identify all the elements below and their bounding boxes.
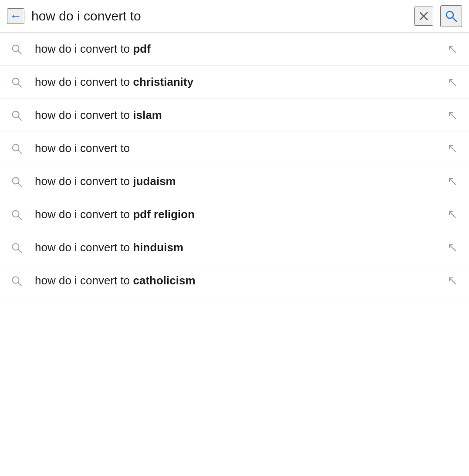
arrow-icon — [445, 210, 460, 219]
svg-line-17 — [18, 183, 22, 186]
list-item[interactable]: how do i convert to pdf religion — [0, 198, 469, 231]
search-icon — [9, 209, 24, 220]
suggestion-text: how do i convert to pdf religion — [35, 208, 434, 221]
arrow-icon — [445, 177, 460, 186]
search-icon — [9, 275, 24, 287]
suggestion-text: how do i convert to christianity — [35, 75, 434, 89]
list-item[interactable]: how do i convert to — [0, 132, 469, 165]
list-item[interactable]: how do i convert to judaism — [0, 165, 469, 198]
arrow-icon — [445, 243, 460, 253]
search-button[interactable] — [440, 5, 462, 27]
search-icon — [9, 44, 24, 55]
svg-line-12 — [449, 112, 456, 118]
svg-line-14 — [18, 150, 22, 153]
arrow-icon — [445, 111, 460, 120]
suggestion-text: how do i convert to judaism — [35, 175, 434, 188]
svg-line-24 — [449, 245, 456, 251]
svg-line-18 — [449, 179, 456, 185]
list-item[interactable]: how do i convert to pdf — [0, 33, 469, 66]
svg-line-6 — [449, 46, 456, 52]
arrow-icon — [445, 78, 460, 87]
arrow-icon — [445, 144, 460, 153]
search-icon — [445, 10, 458, 23]
svg-line-20 — [18, 216, 22, 219]
svg-line-11 — [18, 117, 22, 120]
svg-line-3 — [452, 17, 456, 21]
arrow-icon — [445, 276, 460, 286]
clear-button[interactable] — [414, 7, 433, 26]
search-icon — [9, 176, 24, 187]
svg-line-9 — [449, 79, 456, 85]
arrow-icon — [445, 44, 460, 54]
suggestion-text: how do i convert to hinduism — [35, 241, 434, 254]
svg-line-27 — [449, 278, 456, 284]
svg-line-21 — [449, 212, 456, 218]
suggestion-text: how do i convert to — [35, 142, 434, 155]
list-item[interactable]: how do i convert to hinduism — [0, 231, 469, 264]
x-icon — [418, 11, 429, 21]
search-input-wrapper — [31, 9, 407, 24]
list-item[interactable]: how do i convert to christianity — [0, 66, 469, 99]
svg-line-26 — [18, 282, 22, 286]
search-header: ← — [0, 0, 469, 33]
svg-line-8 — [18, 84, 22, 87]
suggestion-text: how do i convert to pdf — [35, 42, 434, 56]
search-icon — [9, 110, 24, 121]
search-icon — [9, 143, 24, 154]
suggestions-list: how do i convert to pdf how do i convert… — [0, 33, 469, 297]
search-input[interactable] — [31, 9, 407, 24]
back-button[interactable]: ← — [7, 8, 24, 24]
list-item[interactable]: how do i convert to catholicism — [0, 264, 469, 297]
suggestion-text: how do i convert to catholicism — [35, 274, 434, 287]
svg-line-5 — [18, 51, 22, 54]
list-item[interactable]: how do i convert to islam — [0, 99, 469, 132]
svg-line-15 — [449, 145, 456, 152]
suggestion-text: how do i convert to islam — [35, 108, 434, 122]
search-icon — [9, 242, 24, 253]
search-icon — [9, 77, 24, 88]
svg-line-23 — [18, 249, 22, 253]
